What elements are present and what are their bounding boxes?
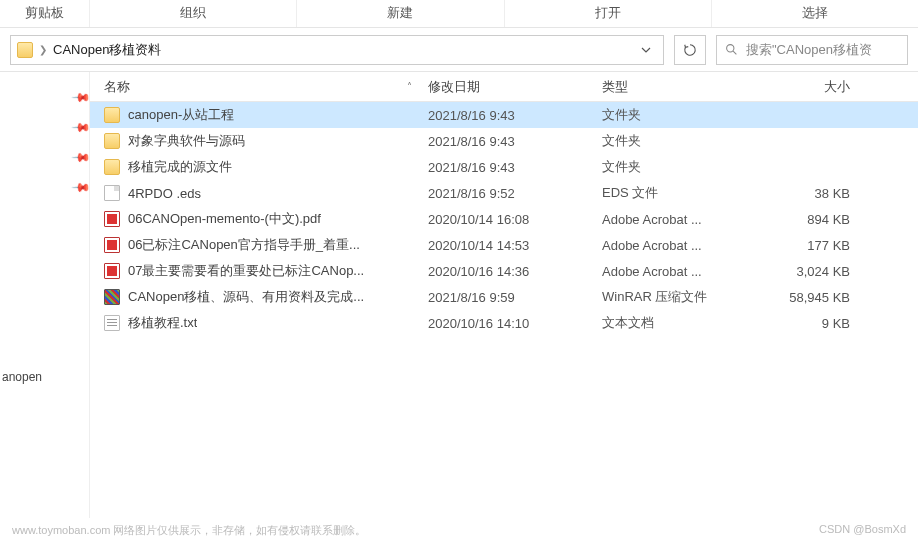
file-list-pane: 名称 ˄ 修改日期 类型 大小 canopen-从站工程2021/8/16 9:… <box>90 72 918 518</box>
file-date: 2021/8/16 9:59 <box>422 290 596 305</box>
column-header-date[interactable]: 修改日期 <box>422 78 596 96</box>
ribbon-label: 选择 <box>802 5 828 20</box>
file-size: 177 KB <box>750 238 870 253</box>
search-icon <box>725 43 738 56</box>
file-size: 894 KB <box>750 212 870 227</box>
file-date: 2020/10/14 14:53 <box>422 238 596 253</box>
navigation-pane[interactable]: 📌 📌 📌 📌 <box>0 72 90 518</box>
file-date: 2021/8/16 9:43 <box>422 108 596 123</box>
column-header-size[interactable]: 大小 <box>750 78 870 96</box>
watermark-right: CSDN @BosmXd <box>819 523 906 538</box>
address-row: ❯ CANopen移植资料 搜索"CANopen移植资 <box>0 28 918 72</box>
file-name: 07最主要需要看的重要处已标注CANop... <box>128 262 364 280</box>
file-row[interactable]: 4RPDO .eds2021/8/16 9:52EDS 文件38 KB <box>90 180 918 206</box>
file-date: 2020/10/16 14:36 <box>422 264 596 279</box>
file-name: 移植完成的源文件 <box>128 158 232 176</box>
breadcrumb-label: CANopen移植资料 <box>53 41 161 59</box>
folder-icon <box>104 133 120 149</box>
file-size: 3,024 KB <box>750 264 870 279</box>
file-type: EDS 文件 <box>596 184 750 202</box>
ribbon-group-open: 打开 <box>505 0 712 27</box>
file-row[interactable]: canopen-从站工程2021/8/16 9:43文件夹 <box>90 102 918 128</box>
column-label: 修改日期 <box>428 79 480 94</box>
watermark-left: www.toymoban.com 网络图片仅供展示，非存储，如有侵权请联系删除。 <box>12 523 366 538</box>
pin-icon: 📌 <box>71 147 92 168</box>
footer-watermark: www.toymoban.com 网络图片仅供展示，非存储，如有侵权请联系删除。… <box>12 523 906 538</box>
main-area: 📌 📌 📌 📌 anopen 名称 ˄ 修改日期 类型 大小 canopen-从… <box>0 72 918 518</box>
nav-folder-label[interactable]: anopen <box>2 370 42 384</box>
file-row[interactable]: 07最主要需要看的重要处已标注CANop...2020/10/16 14:36A… <box>90 258 918 284</box>
file-name: 移植教程.txt <box>128 314 197 332</box>
file-row[interactable]: 移植教程.txt2020/10/16 14:10文本文档9 KB <box>90 310 918 336</box>
file-icon <box>104 185 120 201</box>
chevron-down-icon <box>641 45 651 55</box>
ribbon-label: 剪贴板 <box>25 5 64 20</box>
file-row[interactable]: 移植完成的源文件2021/8/16 9:43文件夹 <box>90 154 918 180</box>
search-placeholder: 搜索"CANopen移植资 <box>746 41 872 59</box>
file-name: 06CANOpen-memento-(中文).pdf <box>128 210 321 228</box>
ribbon-group-new: 新建 <box>297 0 504 27</box>
file-name: CANopen移植、源码、有用资料及完成... <box>128 288 364 306</box>
sort-indicator-icon: ˄ <box>407 81 412 92</box>
search-input[interactable]: 搜索"CANopen移植资 <box>716 35 908 65</box>
file-size: 9 KB <box>750 316 870 331</box>
ribbon-group-organize: 组织 <box>90 0 297 27</box>
nav-quick-access-item[interactable]: 📌 <box>0 172 89 202</box>
file-name: 4RPDO .eds <box>128 186 201 201</box>
refresh-button[interactable] <box>674 35 706 65</box>
svg-line-1 <box>733 51 736 54</box>
chevron-right-icon: ❯ <box>39 44 47 55</box>
pdf-icon <box>104 211 120 227</box>
column-header-type[interactable]: 类型 <box>596 78 750 96</box>
nav-quick-access-item[interactable]: 📌 <box>0 112 89 142</box>
file-size: 38 KB <box>750 186 870 201</box>
ribbon-label: 组织 <box>180 5 206 20</box>
ribbon-label: 新建 <box>387 5 413 20</box>
file-type: 文件夹 <box>596 106 750 124</box>
pin-icon: 📌 <box>71 87 92 108</box>
pin-icon: 📌 <box>71 117 92 138</box>
file-row[interactable]: 对象字典软件与源码2021/8/16 9:43文件夹 <box>90 128 918 154</box>
file-type: 文本文档 <box>596 314 750 332</box>
nav-quick-access-item[interactable]: 📌 <box>0 142 89 172</box>
file-size: 58,945 KB <box>750 290 870 305</box>
address-dropdown-button[interactable] <box>635 45 657 55</box>
file-date: 2020/10/14 16:08 <box>422 212 596 227</box>
column-headers: 名称 ˄ 修改日期 类型 大小 <box>90 72 918 102</box>
file-type: Adobe Acrobat ... <box>596 264 750 279</box>
file-type: 文件夹 <box>596 158 750 176</box>
file-row[interactable]: 06CANOpen-memento-(中文).pdf2020/10/14 16:… <box>90 206 918 232</box>
file-name: 06已标注CANopen官方指导手册_着重... <box>128 236 360 254</box>
file-type: Adobe Acrobat ... <box>596 212 750 227</box>
breadcrumb-segment[interactable]: CANopen移植资料 <box>53 41 161 59</box>
file-type: WinRAR 压缩文件 <box>596 288 750 306</box>
ribbon-label: 打开 <box>595 5 621 20</box>
file-row[interactable]: 06已标注CANopen官方指导手册_着重...2020/10/14 14:53… <box>90 232 918 258</box>
ribbon-group-clipboard: 剪贴板 <box>0 0 90 27</box>
ribbon-section-row: 剪贴板 组织 新建 打开 选择 <box>0 0 918 28</box>
file-type: Adobe Acrobat ... <box>596 238 750 253</box>
file-name: 对象字典软件与源码 <box>128 132 245 150</box>
column-header-name[interactable]: 名称 ˄ <box>90 78 422 96</box>
file-rows: canopen-从站工程2021/8/16 9:43文件夹对象字典软件与源码20… <box>90 102 918 336</box>
refresh-icon <box>683 43 697 57</box>
file-name: canopen-从站工程 <box>128 106 234 124</box>
column-label: 类型 <box>602 79 628 94</box>
ribbon-group-select: 选择 <box>712 0 918 27</box>
rar-icon <box>104 289 120 305</box>
pdf-icon <box>104 237 120 253</box>
file-date: 2021/8/16 9:43 <box>422 134 596 149</box>
folder-icon <box>17 42 33 58</box>
column-label: 名称 <box>104 78 130 96</box>
pdf-icon <box>104 263 120 279</box>
folder-icon <box>104 159 120 175</box>
address-bar[interactable]: ❯ CANopen移植资料 <box>10 35 664 65</box>
column-label: 大小 <box>824 79 850 94</box>
txt-icon <box>104 315 120 331</box>
folder-icon <box>104 107 120 123</box>
file-date: 2021/8/16 9:43 <box>422 160 596 175</box>
nav-quick-access-item[interactable]: 📌 <box>0 82 89 112</box>
file-row[interactable]: CANopen移植、源码、有用资料及完成...2021/8/16 9:59Win… <box>90 284 918 310</box>
svg-point-0 <box>727 45 734 52</box>
file-date: 2021/8/16 9:52 <box>422 186 596 201</box>
